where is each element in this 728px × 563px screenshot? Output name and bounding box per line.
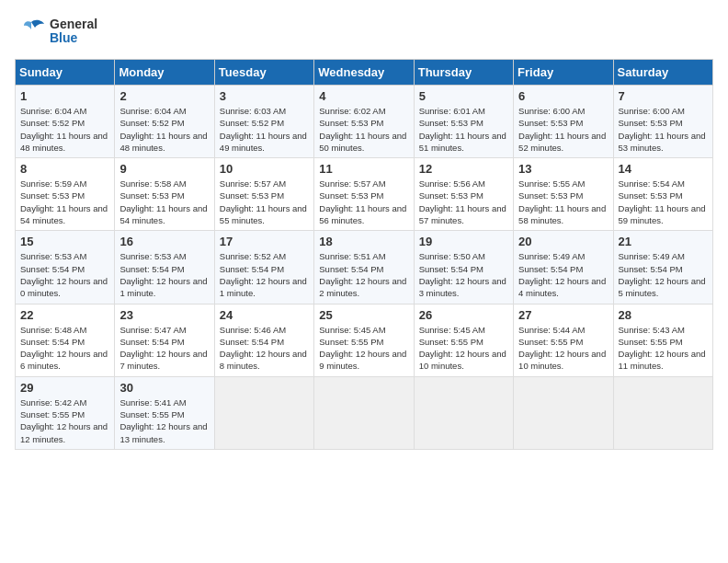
day-info: Sunrise: 6:00 AM Sunset: 5:53 PM Dayligh… — [518, 105, 608, 154]
calendar-day-cell — [414, 376, 513, 449]
day-number: 22 — [20, 308, 109, 322]
weekday-header: Tuesday — [214, 60, 313, 86]
day-info: Sunrise: 5:54 AM Sunset: 5:53 PM Dayligh… — [619, 178, 708, 226]
page-header: General Blue — [15, 15, 713, 48]
calendar-day-cell: 1 Sunrise: 6:04 AM Sunset: 5:52 PM Dayli… — [16, 86, 115, 158]
day-number: 9 — [119, 162, 209, 176]
calendar-day-cell: 14 Sunrise: 5:54 AM Sunset: 5:53 PM Dayl… — [613, 158, 712, 231]
calendar-week-row: 29 Sunrise: 5:42 AM Sunset: 5:55 PM Dayl… — [16, 376, 713, 449]
calendar-week-row: 22 Sunrise: 5:48 AM Sunset: 5:54 PM Dayl… — [16, 304, 713, 376]
calendar-header-row: SundayMondayTuesdayWednesdayThursdayFrid… — [16, 60, 713, 86]
day-info: Sunrise: 5:51 AM Sunset: 5:54 PM Dayligh… — [319, 250, 408, 299]
calendar-day-cell: 11 Sunrise: 5:57 AM Sunset: 5:53 PM Dayl… — [314, 158, 414, 231]
day-number: 15 — [20, 235, 109, 248]
logo-container: General Blue — [15, 15, 97, 48]
day-number: 17 — [220, 235, 309, 248]
weekday-header: Sunday — [16, 60, 115, 86]
calendar-day-cell: 8 Sunrise: 5:59 AM Sunset: 5:53 PM Dayli… — [16, 158, 115, 231]
day-info: Sunrise: 5:50 AM Sunset: 5:54 PM Dayligh… — [419, 250, 508, 299]
day-info: Sunrise: 5:42 AM Sunset: 5:55 PM Dayligh… — [20, 396, 109, 445]
day-number: 4 — [319, 89, 408, 103]
day-number: 12 — [419, 162, 508, 176]
day-info: Sunrise: 5:45 AM Sunset: 5:55 PM Dayligh… — [419, 324, 508, 373]
calendar-day-cell: 16 Sunrise: 5:53 AM Sunset: 5:54 PM Dayl… — [115, 231, 214, 304]
day-number: 30 — [119, 381, 209, 395]
calendar-day-cell: 29 Sunrise: 5:42 AM Sunset: 5:55 PM Dayl… — [16, 376, 115, 449]
calendar-week-row: 1 Sunrise: 6:04 AM Sunset: 5:52 PM Dayli… — [16, 86, 713, 158]
day-number: 5 — [419, 89, 508, 103]
day-number: 8 — [20, 162, 109, 176]
day-info: Sunrise: 6:04 AM Sunset: 5:52 PM Dayligh… — [119, 105, 209, 154]
day-info: Sunrise: 5:59 AM Sunset: 5:53 PM Dayligh… — [20, 178, 109, 226]
day-info: Sunrise: 5:49 AM Sunset: 5:54 PM Dayligh… — [518, 250, 608, 299]
calendar-day-cell — [214, 376, 313, 449]
day-number: 14 — [619, 162, 708, 176]
calendar-day-cell: 21 Sunrise: 5:49 AM Sunset: 5:54 PM Dayl… — [613, 231, 712, 304]
calendar-day-cell: 5 Sunrise: 6:01 AM Sunset: 5:53 PM Dayli… — [414, 86, 513, 158]
day-number: 29 — [20, 381, 109, 395]
day-number: 7 — [619, 89, 708, 103]
calendar-day-cell: 18 Sunrise: 5:51 AM Sunset: 5:54 PM Dayl… — [314, 231, 414, 304]
calendar-day-cell: 13 Sunrise: 5:55 AM Sunset: 5:53 PM Dayl… — [514, 158, 613, 231]
day-info: Sunrise: 5:53 AM Sunset: 5:54 PM Dayligh… — [119, 250, 209, 299]
day-info: Sunrise: 6:03 AM Sunset: 5:52 PM Dayligh… — [220, 105, 309, 154]
calendar-day-cell: 27 Sunrise: 5:44 AM Sunset: 5:55 PM Dayl… — [514, 304, 613, 376]
day-number: 28 — [619, 308, 708, 322]
calendar-day-cell: 22 Sunrise: 5:48 AM Sunset: 5:54 PM Dayl… — [16, 304, 115, 376]
calendar-table: SundayMondayTuesdayWednesdayThursdayFrid… — [15, 59, 713, 450]
logo: General Blue — [15, 15, 97, 48]
calendar-day-cell — [314, 376, 414, 449]
day-info: Sunrise: 5:57 AM Sunset: 5:53 PM Dayligh… — [220, 178, 309, 226]
calendar-day-cell: 25 Sunrise: 5:45 AM Sunset: 5:55 PM Dayl… — [314, 304, 414, 376]
weekday-header: Friday — [514, 60, 613, 86]
day-info: Sunrise: 5:45 AM Sunset: 5:55 PM Dayligh… — [319, 324, 408, 373]
calendar-day-cell: 7 Sunrise: 6:00 AM Sunset: 5:53 PM Dayli… — [613, 86, 712, 158]
day-number: 20 — [518, 235, 608, 248]
calendar-day-cell: 30 Sunrise: 5:41 AM Sunset: 5:55 PM Dayl… — [115, 376, 214, 449]
calendar-day-cell: 10 Sunrise: 5:57 AM Sunset: 5:53 PM Dayl… — [214, 158, 313, 231]
day-info: Sunrise: 6:01 AM Sunset: 5:53 PM Dayligh… — [419, 105, 508, 154]
calendar-week-row: 8 Sunrise: 5:59 AM Sunset: 5:53 PM Dayli… — [16, 158, 713, 231]
calendar-day-cell: 12 Sunrise: 5:56 AM Sunset: 5:53 PM Dayl… — [414, 158, 513, 231]
calendar-day-cell — [514, 376, 613, 449]
day-number: 16 — [119, 235, 209, 248]
day-info: Sunrise: 5:53 AM Sunset: 5:54 PM Dayligh… — [20, 250, 109, 299]
day-number: 23 — [119, 308, 209, 322]
day-info: Sunrise: 5:41 AM Sunset: 5:55 PM Dayligh… — [119, 396, 209, 445]
day-number: 27 — [518, 308, 608, 322]
day-info: Sunrise: 5:58 AM Sunset: 5:53 PM Dayligh… — [119, 178, 209, 226]
day-info: Sunrise: 5:46 AM Sunset: 5:54 PM Dayligh… — [220, 324, 309, 373]
day-number: 26 — [419, 308, 508, 322]
day-number: 6 — [518, 89, 608, 103]
calendar-day-cell: 28 Sunrise: 5:43 AM Sunset: 5:55 PM Dayl… — [613, 304, 712, 376]
day-info: Sunrise: 6:00 AM Sunset: 5:53 PM Dayligh… — [619, 105, 708, 154]
calendar-day-cell: 9 Sunrise: 5:58 AM Sunset: 5:53 PM Dayli… — [115, 158, 214, 231]
day-info: Sunrise: 5:52 AM Sunset: 5:54 PM Dayligh… — [220, 250, 309, 299]
calendar-day-cell: 24 Sunrise: 5:46 AM Sunset: 5:54 PM Dayl… — [214, 304, 313, 376]
day-number: 19 — [419, 235, 508, 248]
day-number: 25 — [319, 308, 408, 322]
calendar-day-cell: 19 Sunrise: 5:50 AM Sunset: 5:54 PM Dayl… — [414, 231, 513, 304]
day-number: 18 — [319, 235, 408, 248]
day-number: 1 — [20, 89, 109, 103]
calendar-day-cell — [613, 376, 712, 449]
day-number: 24 — [220, 308, 309, 322]
day-number: 21 — [619, 235, 708, 248]
weekday-header: Monday — [115, 60, 214, 86]
logo-bird-icon — [15, 15, 48, 48]
day-info: Sunrise: 5:56 AM Sunset: 5:53 PM Dayligh… — [419, 178, 508, 226]
calendar-day-cell: 2 Sunrise: 6:04 AM Sunset: 5:52 PM Dayli… — [115, 86, 214, 158]
day-info: Sunrise: 5:47 AM Sunset: 5:54 PM Dayligh… — [119, 324, 209, 373]
calendar-day-cell: 4 Sunrise: 6:02 AM Sunset: 5:53 PM Dayli… — [314, 86, 414, 158]
day-info: Sunrise: 6:04 AM Sunset: 5:52 PM Dayligh… — [20, 105, 109, 154]
calendar-day-cell: 15 Sunrise: 5:53 AM Sunset: 5:54 PM Dayl… — [16, 231, 115, 304]
calendar-day-cell: 26 Sunrise: 5:45 AM Sunset: 5:55 PM Dayl… — [414, 304, 513, 376]
day-info: Sunrise: 5:49 AM Sunset: 5:54 PM Dayligh… — [619, 250, 708, 299]
calendar-day-cell: 6 Sunrise: 6:00 AM Sunset: 5:53 PM Dayli… — [514, 86, 613, 158]
day-info: Sunrise: 5:43 AM Sunset: 5:55 PM Dayligh… — [619, 324, 708, 373]
weekday-header: Wednesday — [314, 60, 414, 86]
day-number: 10 — [220, 162, 309, 176]
day-info: Sunrise: 6:02 AM Sunset: 5:53 PM Dayligh… — [319, 105, 408, 154]
weekday-header: Thursday — [414, 60, 513, 86]
calendar-day-cell: 17 Sunrise: 5:52 AM Sunset: 5:54 PM Dayl… — [214, 231, 313, 304]
